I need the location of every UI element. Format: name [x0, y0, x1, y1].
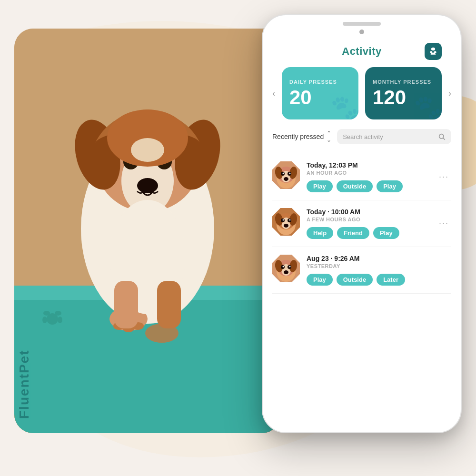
activity-tags-3: Play Outside Later — [307, 274, 451, 286]
search-placeholder: Search activity — [343, 133, 434, 140]
sort-label: Recently pressed — [272, 133, 324, 140]
activity-time-1: Today, 12:03 PM — [307, 161, 430, 169]
activity-content-1: Today, 12:03 PM AN HOUR AGO Play Outside… — [307, 161, 430, 192]
search-icon — [438, 133, 446, 140]
tag-outside-1[interactable]: Outside — [337, 180, 373, 192]
svg-text:FluentPet: FluentPet — [17, 349, 31, 419]
app-header: Activity — [272, 38, 451, 67]
activity-content-3: Aug 23 · 9:26 AM YESTERDAY Play Outside … — [307, 255, 451, 286]
svg-rect-26 — [157, 281, 181, 328]
more-button-2[interactable]: ··· — [436, 216, 451, 231]
filter-search-row: Recently pressed ⌃⌄ Search activity — [272, 129, 451, 144]
activity-relative-2: A FEW HOURS AGO — [307, 217, 430, 222]
search-box[interactable]: Search activity — [337, 129, 451, 144]
daily-presses-card[interactable]: DAILY PRESSES 20 🐾 — [282, 67, 358, 119]
activity-relative-1: AN HOUR AGO — [307, 170, 430, 176]
phone-camera — [359, 30, 364, 34]
next-arrow[interactable]: › — [448, 89, 451, 99]
svg-rect-25 — [114, 281, 138, 328]
app-title: Activity — [342, 45, 381, 58]
tag-help[interactable]: Help — [307, 227, 333, 239]
svg-point-62 — [289, 266, 291, 268]
svg-point-41 — [284, 177, 288, 181]
svg-point-6 — [42, 317, 47, 323]
activity-item-3: Aug 23 · 9:26 AM YESTERDAY Play Outside … — [272, 247, 451, 294]
svg-point-28 — [131, 138, 164, 162]
svg-point-18 — [137, 178, 158, 193]
tag-play-1[interactable]: Play — [307, 180, 333, 192]
sort-dropdown[interactable]: Recently pressed ⌃⌄ — [272, 130, 331, 143]
tag-play-3[interactable]: Play — [373, 227, 399, 239]
stats-row: ‹ DAILY PRESSES 20 🐾 MONTHLY PRESSES 120… — [272, 67, 451, 129]
svg-point-52 — [284, 224, 288, 228]
svg-point-7 — [58, 317, 62, 323]
svg-point-29 — [439, 134, 444, 139]
tag-play-2[interactable]: Play — [377, 180, 403, 192]
tag-friend[interactable]: Friend — [337, 227, 369, 239]
svg-point-5 — [55, 311, 61, 316]
dog-avatar-2 — [272, 208, 300, 236]
tag-outside-2[interactable]: Outside — [337, 274, 373, 286]
card-paw-decoration-2: 🐾 — [414, 93, 442, 119]
activity-tags-1: Play Outside Play — [307, 180, 430, 192]
prev-arrow[interactable]: ‹ — [272, 89, 275, 99]
card-paw-decoration: 🐾 — [330, 93, 358, 119]
svg-point-4 — [43, 311, 50, 316]
sort-chevron-icon: ⌃⌄ — [327, 130, 331, 143]
activity-tags-2: Help Friend Play — [307, 227, 430, 239]
svg-line-30 — [443, 138, 445, 140]
svg-point-50 — [283, 219, 284, 221]
tag-play-4[interactable]: Play — [307, 274, 333, 286]
activity-item: Today, 12:03 PM AN HOUR AGO Play Outside… — [272, 154, 451, 200]
phone-notch — [343, 22, 381, 26]
activity-content-2: Today · 10:00 AM A FEW HOURS AGO Help Fr… — [307, 208, 430, 239]
svg-point-51 — [289, 219, 291, 221]
dog-avatar-3 — [272, 255, 300, 282]
dog-avatar-1 — [272, 161, 300, 189]
daily-label: DAILY PRESSES — [289, 79, 351, 85]
monthly-label: MONTHLY PRESSES — [373, 79, 434, 85]
svg-point-40 — [289, 173, 291, 174]
activity-time-2: Today · 10:00 AM — [307, 208, 430, 216]
activity-relative-3: YESTERDAY — [307, 263, 451, 269]
more-button-1[interactable]: ··· — [436, 169, 451, 184]
paw-icon — [428, 47, 438, 56]
phone-mockup: Activity ‹ DAILY PRESSES 20 🐾 MONTHLY PR… — [262, 14, 462, 433]
activity-item-2: Today · 10:00 AM A FEW HOURS AGO Help Fr… — [272, 200, 451, 247]
activity-list: Today, 12:03 PM AN HOUR AGO Play Outside… — [272, 154, 451, 294]
svg-point-39 — [283, 173, 284, 174]
svg-point-63 — [284, 270, 288, 274]
monthly-presses-card[interactable]: MONTHLY PRESSES 120 🐾 — [365, 67, 442, 119]
svg-point-61 — [283, 266, 284, 268]
activity-time-3: Aug 23 · 9:26 AM — [307, 255, 451, 262]
dog-photo-background: FluentPet — [14, 29, 281, 433]
paw-icon-button[interactable] — [425, 43, 442, 60]
tag-later[interactable]: Later — [377, 274, 405, 286]
dog-illustration: FluentPet — [14, 29, 281, 433]
